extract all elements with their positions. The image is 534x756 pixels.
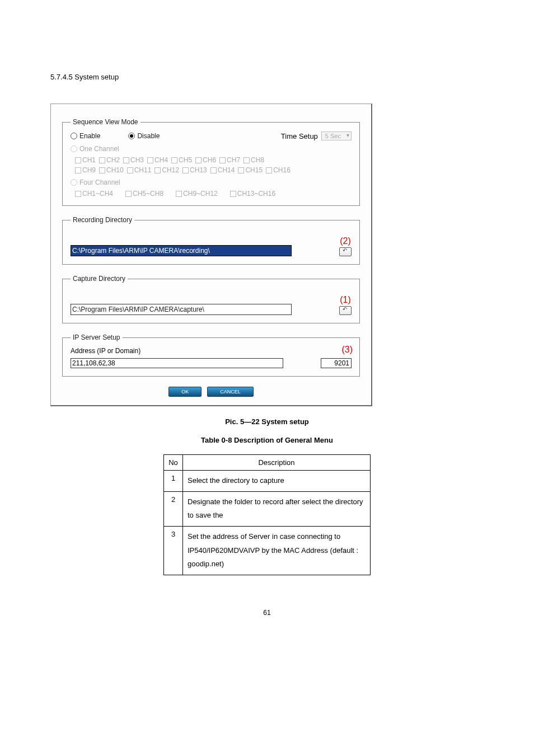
checkbox-icon bbox=[99, 167, 105, 173]
cancel-button[interactable]: CANCEL bbox=[207, 387, 254, 397]
channel-checkbox: CH9 bbox=[75, 166, 96, 174]
radio-empty-icon bbox=[71, 145, 77, 152]
section-heading: 5.7.4.5 System setup bbox=[50, 73, 484, 81]
table-cell-desc: Select the directory to capture bbox=[183, 471, 371, 492]
channel-label: CH13 bbox=[190, 166, 207, 174]
checkbox-icon bbox=[154, 167, 161, 173]
checkbox-icon bbox=[123, 157, 129, 163]
checkbox-icon bbox=[195, 157, 202, 163]
channel-label: CH16 bbox=[273, 166, 291, 174]
checkbox-icon bbox=[219, 157, 226, 163]
radio-empty-icon bbox=[71, 179, 77, 186]
four-channel-row: CH1~CH4CH5~CH8CH9~CH12CH13~CH16 bbox=[75, 190, 352, 198]
channel-label: CH9~CH12 bbox=[183, 190, 218, 198]
enable-radio[interactable]: Enable bbox=[71, 132, 100, 140]
channel-label: CH5~CH8 bbox=[133, 190, 163, 198]
table-cell-no: 2 bbox=[164, 491, 183, 526]
checkbox-icon bbox=[99, 157, 105, 163]
channel-checkbox: CH7 bbox=[219, 156, 240, 164]
channel-label: CH12 bbox=[162, 166, 179, 174]
annotation-3: (3) bbox=[341, 345, 353, 355]
channel-row-1: CH1CH2CH3CH4CH5CH6CH7CH8 bbox=[75, 156, 352, 164]
channel-checkbox: CH12 bbox=[154, 166, 179, 174]
radio-empty-icon bbox=[71, 133, 77, 139]
channel-checkbox: CH13~CH16 bbox=[230, 190, 275, 198]
channel-checkbox: CH15 bbox=[238, 166, 263, 174]
checkbox-icon bbox=[75, 191, 81, 197]
checkbox-icon bbox=[127, 167, 133, 173]
channel-label: CH4 bbox=[154, 156, 168, 164]
table-caption: Table 0-8 Description of General Menu bbox=[50, 436, 484, 444]
channel-checkbox: CH8 bbox=[243, 156, 264, 164]
checkbox-icon bbox=[243, 157, 250, 163]
channel-checkbox: CH4 bbox=[147, 156, 168, 164]
sequence-legend: Sequence View Mode bbox=[71, 118, 140, 126]
ipserver-legend: IP Server Setup bbox=[71, 334, 123, 341]
recording-path-input[interactable]: C:\Program Files\ARM\IP CAMERA\recording… bbox=[71, 245, 292, 256]
checkbox-icon bbox=[182, 167, 189, 173]
channel-label: CH2 bbox=[106, 156, 120, 164]
checkbox-icon bbox=[238, 167, 244, 173]
ip-address-input[interactable]: 211,108,62,38 bbox=[71, 358, 283, 368]
recording-directory-group: Recording Directory C:\Program Files\ARM… bbox=[62, 216, 360, 265]
channel-label: CH10 bbox=[106, 166, 124, 174]
channel-checkbox: CH13 bbox=[182, 166, 207, 174]
capture-directory-group: Capture Directory C:\Program Files\ARM\I… bbox=[62, 275, 360, 323]
annotation-1: (1) bbox=[340, 295, 351, 305]
table-header-desc: Description bbox=[183, 455, 371, 471]
channel-checkbox: CH6 bbox=[195, 156, 216, 164]
radio-checked-icon bbox=[128, 133, 135, 139]
table-cell-desc: Designate the folder to record after sel… bbox=[183, 491, 371, 526]
time-setup-select[interactable]: 5 Sec bbox=[321, 132, 352, 140]
channel-label: CH5 bbox=[179, 156, 192, 164]
disable-label: Disable bbox=[137, 132, 160, 140]
one-channel-radio: One Channel bbox=[71, 145, 119, 153]
checkbox-icon bbox=[125, 191, 132, 197]
channel-checkbox: CH1 bbox=[75, 156, 96, 164]
ip-server-setup-group: IP Server Setup (3) Address (IP or Domai… bbox=[62, 334, 360, 377]
capture-path-input[interactable]: C:\Program Files\ARM\IP CAMERA\capture\ bbox=[71, 304, 292, 315]
checkbox-icon bbox=[176, 191, 182, 197]
sequence-view-mode-group: Sequence View Mode Enable Disable Time S… bbox=[62, 118, 360, 206]
channel-label: CH13~CH16 bbox=[237, 190, 275, 198]
table-cell-desc: Set the address of Server in case connec… bbox=[183, 527, 371, 575]
channel-checkbox: CH9~CH12 bbox=[176, 190, 218, 198]
system-setup-dialog: Sequence View Mode Enable Disable Time S… bbox=[50, 104, 372, 406]
checkbox-icon bbox=[171, 157, 177, 163]
channel-label: CH8 bbox=[251, 156, 264, 164]
one-channel-label: One Channel bbox=[79, 145, 119, 153]
channel-label: CH11 bbox=[134, 166, 152, 174]
channel-row-2: CH9CH10CH11CH12CH13CH14CH15CH16 bbox=[75, 166, 352, 174]
table-row: 1Select the directory to capture bbox=[164, 471, 371, 492]
checkbox-icon bbox=[210, 167, 217, 173]
ip-address-label: Address (IP or Domain) bbox=[71, 347, 352, 355]
browse-folder-icon[interactable] bbox=[339, 247, 352, 256]
page-number: 61 bbox=[50, 609, 484, 617]
browse-folder-icon[interactable] bbox=[339, 306, 352, 315]
checkbox-icon bbox=[266, 167, 272, 173]
disable-radio[interactable]: Disable bbox=[128, 132, 160, 140]
checkbox-icon bbox=[147, 157, 153, 163]
channel-checkbox: CH11 bbox=[127, 166, 152, 174]
channel-label: CH7 bbox=[227, 156, 240, 164]
recording-legend: Recording Directory bbox=[71, 216, 134, 224]
channel-checkbox: CH1~CH4 bbox=[75, 190, 113, 198]
enable-label: Enable bbox=[79, 132, 100, 140]
table-row: 2Designate the folder to record after se… bbox=[164, 491, 371, 526]
annotation-2: (2) bbox=[340, 236, 351, 246]
ok-button[interactable]: OK bbox=[168, 387, 202, 397]
table-row: 3Set the address of Server in case conne… bbox=[164, 527, 371, 575]
table-cell-no: 1 bbox=[164, 471, 183, 492]
four-channel-radio: Four Channel bbox=[71, 179, 120, 186]
description-table: No Description 1Select the directory to … bbox=[163, 454, 371, 575]
channel-label: CH9 bbox=[82, 166, 96, 174]
channel-label: CH1 bbox=[82, 156, 96, 164]
channel-checkbox: CH2 bbox=[99, 156, 120, 164]
channel-label: CH6 bbox=[203, 156, 216, 164]
checkbox-icon bbox=[75, 167, 81, 173]
ip-port-input[interactable]: 9201 bbox=[321, 358, 352, 368]
checkbox-icon bbox=[230, 191, 236, 197]
channel-label: CH14 bbox=[218, 166, 235, 174]
figure-caption: Pic. 5―22 System setup bbox=[50, 417, 484, 426]
checkbox-icon bbox=[75, 157, 81, 163]
